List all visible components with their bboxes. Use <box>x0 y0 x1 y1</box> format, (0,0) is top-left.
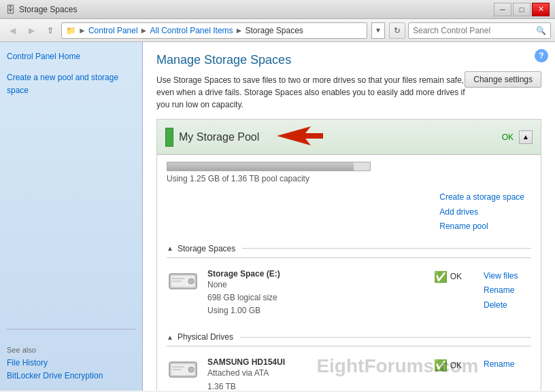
pool-collapse-button[interactable]: ▲ <box>519 130 533 144</box>
breadcrumb-dropdown[interactable]: ▼ <box>371 22 385 39</box>
breadcrumb-bar: 📁 ► Control Panel ► All Control Panel It… <box>61 22 367 39</box>
physical-drive-info: SAMSUNG HD154UI Attached via ATA 1.36 TB… <box>207 357 426 391</box>
address-bar: ◀ ▶ ⇧ 📁 ► Control Panel ► All Control Pa… <box>0 19 555 42</box>
add-drives-link[interactable]: Add drives <box>439 205 524 220</box>
rename-space-link[interactable]: Rename <box>484 283 531 298</box>
forward-button[interactable]: ▶ <box>23 22 39 39</box>
storage-space-item: Storage Space (E:) None 698 GB logical s… <box>167 264 531 323</box>
see-also-section: See also File History BitLocker Drive En… <box>7 329 135 382</box>
storage-space-resiliency: None <box>207 279 426 291</box>
maximize-button[interactable]: □ <box>513 3 531 16</box>
sidebar-control-panel-home[interactable]: Control Panel Home <box>7 50 135 63</box>
search-icon[interactable]: 🔍 <box>536 26 546 35</box>
pool-color-indicator <box>165 128 173 147</box>
pool-usage-section: Using 1.25 GB of 1.36 TB pool capacity <box>167 162 493 190</box>
breadcrumb-all-items[interactable]: All Control Panel Items <box>150 26 233 35</box>
storage-space-using: Using 1.00 GB <box>207 304 426 317</box>
back-button[interactable]: ◀ <box>4 22 20 39</box>
physical-drive-ok-text: OK <box>450 361 462 370</box>
close-button[interactable]: ✕ <box>532 3 550 16</box>
pool-status: OK <box>502 132 514 142</box>
physical-drive-connection: Attached via ATA <box>207 367 426 380</box>
physical-drive-icon <box>167 357 199 382</box>
pool-usage-bar <box>167 162 354 171</box>
minimize-button[interactable]: ─ <box>494 3 511 16</box>
section-divider-2 <box>240 337 531 338</box>
pool-body-relative: Using 1.25 GB of 1.36 TB pool capacity C… <box>167 162 531 391</box>
svg-rect-4 <box>172 278 184 279</box>
storage-space-info: Storage Space (E:) None 698 GB logical s… <box>207 269 426 318</box>
storage-space-status: ✅ OK <box>434 270 462 283</box>
storage-space-name: Storage Space (E:) <box>207 269 426 279</box>
sidebar-bitlocker[interactable]: BitLocker Drive Encryption <box>7 371 103 380</box>
app-icon: 🗄 <box>5 4 15 15</box>
breadcrumb-control-panel[interactable]: Control Panel <box>88 26 138 35</box>
svg-rect-9 <box>172 366 184 368</box>
storage-space-icon <box>167 269 199 293</box>
search-input[interactable] <box>413 26 536 35</box>
pool-card: My Storage Pool OK ▲ <box>156 119 541 391</box>
window-title: Storage Spaces <box>19 5 77 14</box>
physical-drives-section-header: ▲ Physical Drives <box>167 328 531 346</box>
create-storage-space-link[interactable]: Create a storage space <box>439 190 524 205</box>
sidebar-create-pool[interactable]: Create a new pool and storage space <box>7 71 135 97</box>
pool-header: My Storage Pool OK ▲ <box>157 120 541 155</box>
section-divider-1 <box>242 248 531 249</box>
pool-name: My Storage Pool <box>179 131 259 143</box>
page-title: Manage Storage Spaces <box>156 53 541 67</box>
storage-space-logical-size: 698 GB logical size <box>207 291 426 304</box>
physical-drive-actions: Rename <box>484 357 531 372</box>
storage-space-actions: View files Rename Delete <box>484 269 531 313</box>
svg-rect-5 <box>172 281 182 282</box>
storage-spaces-collapse-icon[interactable]: ▲ <box>167 245 173 252</box>
view-files-link[interactable]: View files <box>484 269 531 284</box>
svg-point-8 <box>188 367 194 372</box>
storage-space-ok-icon: ✅ <box>434 270 448 283</box>
title-bar: 🗄 Storage Spaces ─ □ ✕ <box>0 0 555 19</box>
physical-drive-name: SAMSUNG HD154UI <box>207 357 426 367</box>
pool-actions: Create a storage space Add drives Rename… <box>439 190 524 234</box>
up-button[interactable]: ⇧ <box>42 22 58 39</box>
storage-spaces-section-header: ▲ Storage Spaces <box>167 240 531 258</box>
pool-body: Using 1.25 GB of 1.36 TB pool capacity C… <box>157 155 541 391</box>
storage-space-ok-text: OK <box>450 272 462 281</box>
refresh-button[interactable]: ↻ <box>389 22 405 39</box>
delete-space-link[interactable]: Delete <box>484 298 531 313</box>
physical-drive-status: ✅ OK <box>434 359 462 372</box>
rename-drive-link[interactable]: Rename <box>484 357 531 372</box>
search-box: 🔍 <box>408 22 551 39</box>
pool-usage-text: Using 1.25 GB of 1.36 TB pool capacity <box>167 174 493 183</box>
physical-drive-item: SAMSUNG HD154UI Attached via ATA 1.36 TB… <box>167 352 531 391</box>
change-settings-button[interactable]: Change settings <box>465 71 541 88</box>
window-controls: ─ □ ✕ <box>494 3 550 16</box>
svg-marker-0 <box>277 126 323 145</box>
rename-pool-link[interactable]: Rename pool <box>439 219 524 234</box>
content-area: ? Manage Storage Spaces Use Storage Spac… <box>143 42 555 391</box>
physical-drives-collapse-icon[interactable]: ▲ <box>167 334 173 341</box>
svg-rect-10 <box>172 369 182 370</box>
pool-usage-bar-container <box>167 162 371 171</box>
storage-spaces-section-title: Storage Spaces <box>178 244 235 253</box>
svg-point-3 <box>188 279 194 284</box>
pool-arrow-annotation <box>270 124 324 150</box>
folder-icon: 📁 <box>66 26 76 35</box>
help-button[interactable]: ? <box>535 49 548 63</box>
physical-drives-section-title: Physical Drives <box>178 332 233 342</box>
page-description: Use Storage Spaces to save files to two … <box>156 74 469 111</box>
main-container: Control Panel Home Create a new pool and… <box>0 42 555 391</box>
see-also-title: See also <box>7 346 135 354</box>
physical-drive-size: 1.36 TB <box>207 380 426 391</box>
sidebar-file-history[interactable]: File History <box>7 358 48 368</box>
physical-drive-ok-icon: ✅ <box>434 359 448 372</box>
sidebar: Control Panel Home Create a new pool and… <box>0 42 143 391</box>
breadcrumb-current: Storage Spaces <box>245 26 303 35</box>
